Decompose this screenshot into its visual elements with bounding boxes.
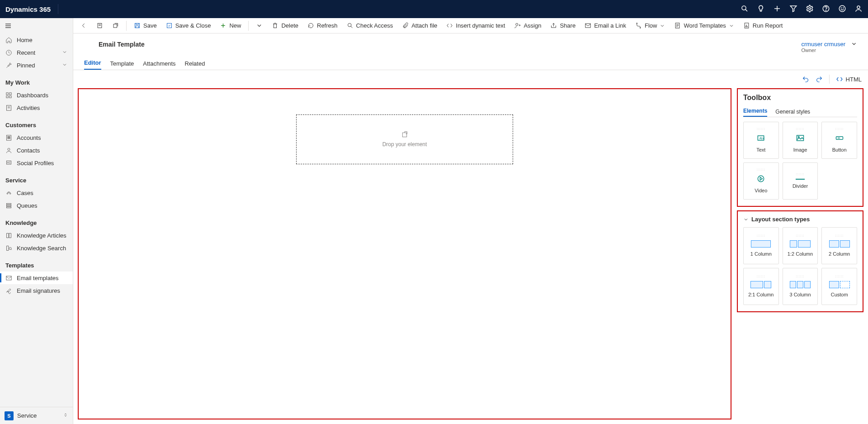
tab-editor[interactable]: Editor: [84, 59, 101, 70]
designer-canvas[interactable]: Drop your element: [78, 88, 731, 419]
chevron-down-icon: [62, 49, 67, 56]
svg-text:Abc: Abc: [760, 137, 765, 140]
plus-icon[interactable]: [773, 5, 781, 14]
nav-email-signatures[interactable]: Email signatures: [0, 284, 73, 297]
drag-handle-icon: ::::::: [757, 235, 765, 237]
nav-knowledge-search[interactable]: Knowledge Search: [0, 242, 73, 254]
nav-accounts-label: Accounts: [17, 134, 41, 141]
app-initial: S: [5, 411, 14, 420]
refresh-button[interactable]: Refresh: [304, 19, 341, 32]
nav-contacts[interactable]: Contacts: [0, 144, 73, 157]
nav-pinned[interactable]: Pinned: [0, 59, 73, 71]
check-access-button[interactable]: Check Access: [343, 19, 397, 32]
svg-rect-51: [167, 24, 171, 28]
new-label: New: [229, 22, 241, 29]
tab-attachments[interactable]: Attachments: [143, 60, 175, 70]
button-icon: [835, 133, 844, 143]
form-selector[interactable]: [93, 19, 107, 32]
drop-hint: Drop your element: [382, 141, 427, 148]
gear-icon[interactable]: [806, 5, 814, 14]
nav-kb-search-label: Knowledge Search: [17, 245, 66, 252]
html-toggle-button[interactable]: HTML: [836, 76, 862, 83]
tab-related[interactable]: Related: [185, 60, 205, 70]
nav-cases[interactable]: Cases: [0, 186, 73, 199]
redo-button[interactable]: [816, 76, 823, 83]
run-report-button[interactable]: Run Report: [740, 19, 786, 32]
brand-title: Dynamics 365: [5, 5, 51, 13]
nav-home[interactable]: Home: [0, 33, 73, 46]
svg-line-57: [351, 26, 352, 28]
toolbox-tab-general-styles[interactable]: General styles: [775, 109, 810, 117]
hamburger-button[interactable]: [0, 18, 73, 33]
svg-rect-39: [7, 205, 11, 206]
run-report-label: Run Report: [753, 22, 783, 29]
svg-point-36: [9, 193, 11, 194]
layout-1-2-column[interactable]: ::::::1:2 Column: [783, 227, 818, 264]
nav-knowledge-articles[interactable]: Knowledge Articles: [0, 229, 73, 242]
tool-video[interactable]: ::::::Video: [743, 162, 779, 200]
nav-social-profiles-label: Social Profiles: [17, 160, 54, 167]
nav-social-profiles[interactable]: Social Profiles: [0, 157, 73, 169]
search-icon[interactable]: [741, 5, 749, 14]
tool-divider[interactable]: ::::::Divider: [783, 162, 818, 200]
nav-email-templates[interactable]: Email templates: [0, 272, 73, 284]
insert-dynamic-button[interactable]: Insert dynamic text: [443, 19, 509, 32]
flow-label: Flow: [645, 22, 657, 29]
separator: [829, 75, 830, 84]
open-new-window[interactable]: [108, 19, 123, 32]
svg-marker-5: [790, 6, 797, 12]
chevron-down-icon[interactable]: [851, 41, 857, 48]
nav-recent[interactable]: Recent: [0, 46, 73, 59]
nav-queues[interactable]: Queues: [0, 199, 73, 212]
svg-point-10: [841, 8, 841, 8]
nav-dashboards[interactable]: Dashboards: [0, 89, 73, 101]
svg-point-35: [7, 193, 8, 194]
filter-icon[interactable]: [789, 5, 797, 14]
svg-line-1: [745, 9, 747, 11]
layout-header[interactable]: Layout section types: [743, 216, 857, 223]
layout-3-column[interactable]: ::::::3 Column: [783, 268, 818, 305]
help-icon[interactable]: [822, 5, 830, 14]
delete-button[interactable]: Delete: [268, 19, 302, 32]
video-icon: [756, 174, 765, 184]
layout-custom[interactable]: ::::::Custom: [821, 268, 857, 305]
svg-point-58: [516, 24, 518, 26]
new-button[interactable]: New: [216, 19, 245, 32]
lightbulb-icon[interactable]: [757, 5, 765, 14]
smile-icon[interactable]: [838, 5, 846, 14]
layout-2-column[interactable]: ::::::2 Column: [821, 227, 857, 264]
tab-template[interactable]: Template: [110, 60, 134, 70]
nav-accounts[interactable]: Accounts: [0, 131, 73, 144]
attach-file-button[interactable]: Attach file: [398, 19, 441, 32]
svg-rect-18: [6, 92, 8, 94]
new-split-chevron[interactable]: [252, 19, 266, 32]
back-button[interactable]: [77, 19, 91, 32]
save-button[interactable]: Save: [130, 19, 160, 32]
tool-image[interactable]: ::::::Image: [783, 122, 818, 159]
word-templates-button[interactable]: Word Templates: [670, 19, 737, 32]
flow-button[interactable]: Flow: [632, 19, 669, 32]
undo-button[interactable]: [802, 76, 809, 83]
svg-rect-43: [6, 276, 11, 280]
assign-button[interactable]: Assign: [510, 19, 545, 32]
tool-button[interactable]: ::::::Button: [821, 122, 857, 159]
toolbox-tab-elements[interactable]: Elements: [743, 108, 767, 117]
site-switcher[interactable]: S Service: [0, 407, 73, 424]
layout-custom-label: Custom: [831, 292, 848, 297]
share-button[interactable]: Share: [547, 19, 579, 32]
nav-pinned-label: Pinned: [17, 62, 35, 69]
tool-text[interactable]: ::::::AbcText: [743, 122, 779, 159]
chevron-down-icon: [62, 62, 67, 69]
drag-handle-icon: ::::::: [757, 128, 765, 130]
group-customers: Customers: [0, 119, 73, 131]
layout-1-column[interactable]: ::::::1 Column: [743, 227, 779, 264]
person-icon[interactable]: [854, 5, 863, 14]
layout-2-1-column[interactable]: ::::::2:1 Column: [743, 268, 779, 305]
save-close-button[interactable]: Save & Close: [162, 19, 215, 32]
drag-handle-icon: ::::::: [835, 276, 844, 277]
drop-zone[interactable]: Drop your element: [296, 114, 513, 164]
owner-link[interactable]: crmuser crmuser: [801, 41, 845, 48]
email-link-button[interactable]: Email a Link: [581, 19, 630, 32]
nav-activities[interactable]: Activities: [0, 101, 73, 114]
nav-queues-label: Queues: [17, 202, 38, 209]
